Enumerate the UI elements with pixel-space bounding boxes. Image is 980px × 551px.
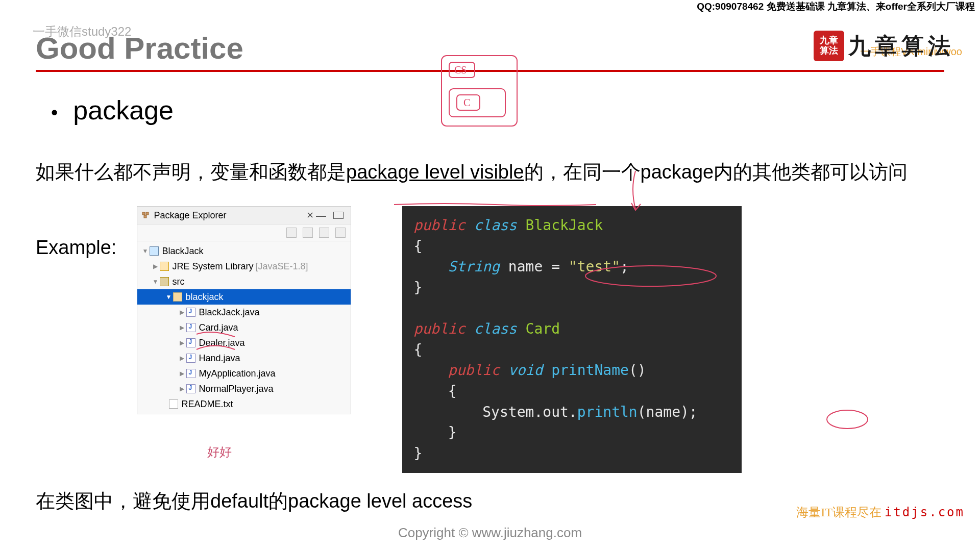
copyright: Copyright © www.jiuzhang.com [0, 525, 980, 541]
tree-jre[interactable]: ▶JRE System Library[JavaSE-1.8] [137, 259, 351, 274]
watermark-bottom-right: 海量IT课程尽在 itdjs.com [796, 504, 965, 520]
slide-content: Good Practice • package 如果什么都不声明，变量和函数都是… [0, 0, 980, 514]
bullet-row: • package [51, 95, 944, 126]
svg-rect-2 [144, 215, 146, 218]
logo: 九章 算法 九章算法 [814, 31, 954, 61]
project-icon [150, 246, 159, 256]
collapse-all-icon[interactable] [286, 228, 297, 238]
svg-rect-0 [142, 212, 145, 215]
tree-file[interactable]: ▶BlackJack.java [137, 305, 351, 320]
body-paragraph-1: 如果什么都不声明，变量和函数都是package level visible的，在… [36, 159, 944, 186]
explorer-toolbar [137, 224, 351, 241]
body-p1-underline: package level visible [346, 161, 524, 183]
tree-project[interactable]: ▼BlackJack [137, 243, 351, 259]
tree-label: NormalPlayer.java [199, 384, 273, 394]
bullet-dot: • [51, 102, 58, 124]
code-block: public class BlackJack { String name = "… [402, 206, 742, 473]
code-line: public class BlackJack [413, 215, 730, 236]
tree-file[interactable]: ▶MyApplication.java [137, 366, 351, 381]
slide-title: Good Practice [36, 31, 944, 66]
logo-seal-l2: 算法 [820, 46, 838, 56]
watermark-br-domain: itdjs.com [885, 505, 965, 519]
tree-label: src [172, 277, 184, 287]
tree-label: Hand.java [199, 353, 240, 364]
source-folder-icon [160, 277, 169, 286]
tree-file[interactable]: ▶NormalPlayer.java [137, 381, 351, 396]
tree-label: JRE System Library [172, 261, 253, 272]
logo-seal-l1: 九章 [820, 36, 838, 46]
watermark-br-text: 海量IT课程尽在 [796, 506, 881, 519]
java-file-icon [186, 384, 195, 393]
java-file-icon [186, 308, 195, 317]
explorer-title: Package Explorer [154, 210, 304, 221]
explorer-tree: ▼BlackJack ▶JRE System Library[JavaSE-1.… [137, 241, 351, 414]
java-file-icon [186, 323, 195, 332]
tree-file[interactable]: ▶Card.java [137, 320, 351, 335]
minimize-icon[interactable] [316, 212, 326, 217]
tree-label: MyApplication.java [199, 368, 275, 379]
tree-label: Dealer.java [199, 338, 244, 348]
code-line: { [413, 381, 730, 402]
java-file-icon [186, 354, 195, 363]
explorer-header: Package Explorer ✕ [137, 207, 351, 224]
tree-label: BlackJack [162, 246, 203, 257]
logo-text: 九章算法 [848, 31, 954, 61]
tree-label: blackjack [185, 292, 223, 303]
title-rule [36, 70, 944, 72]
java-file-icon [186, 369, 195, 378]
explorer-icon [141, 211, 151, 220]
view-menu-icon[interactable] [335, 228, 346, 238]
example-label: Example: [36, 237, 116, 259]
tree-label: Card.java [199, 322, 238, 333]
text-file-icon [169, 399, 178, 409]
focus-icon[interactable] [319, 228, 329, 238]
code-line [413, 298, 730, 319]
code-line: public class Card [413, 319, 730, 340]
tree-src[interactable]: ▼src [137, 274, 351, 289]
body-p1-a: 如果什么都不声明，变量和函数都是 [36, 161, 346, 183]
explorer-close-icon[interactable]: ✕ [304, 210, 316, 221]
library-icon [160, 262, 169, 271]
tree-file[interactable]: ▶Hand.java [137, 350, 351, 366]
watermark-top-left: 一手微信study322 [33, 23, 131, 40]
code-line: { [413, 340, 730, 361]
svg-rect-1 [146, 212, 149, 215]
maximize-icon[interactable] [333, 212, 344, 219]
hand-note: 好好 [207, 444, 232, 460]
package-icon [173, 292, 182, 302]
code-line: { [413, 236, 730, 257]
logo-seal: 九章 算法 [814, 31, 844, 61]
link-editor-icon[interactable] [303, 228, 313, 238]
java-file-icon [186, 338, 195, 347]
bullet-text: package [73, 95, 174, 126]
code-line: } [413, 422, 730, 443]
example-row: Example: Package Explorer ✕ ▼B [36, 206, 944, 473]
window-buttons [316, 212, 347, 219]
package-explorer: Package Explorer ✕ ▼BlackJack ▶JRE Syste… [137, 206, 351, 414]
code-line: } [413, 278, 730, 298]
top-banner: QQ:909078462 免费送基础课 九章算法、来offer全系列大厂课程 [697, 0, 975, 13]
tree-label: BlackJack.java [199, 307, 259, 318]
body-p1-b: 的，在同一个package内的其他类都可以访问 [524, 161, 908, 183]
code-line: } [413, 443, 730, 464]
code-line: String name = "test"; [413, 257, 730, 278]
tree-readme[interactable]: README.txt [137, 396, 351, 412]
tree-package[interactable]: ▼blackjack [137, 289, 351, 305]
tree-label: README.txt [181, 399, 233, 410]
code-line: System.out.println(name); [413, 402, 730, 423]
jre-version: [JavaSE-1.8] [255, 261, 308, 272]
tree-file[interactable]: ▶Dealer.java [137, 335, 351, 350]
code-line: public void printName() [413, 360, 730, 381]
